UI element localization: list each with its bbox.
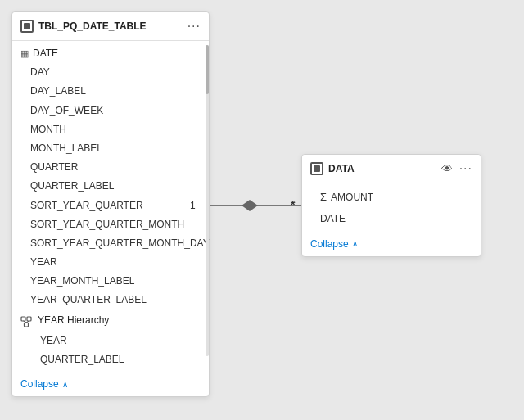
field-year-2: YEAR [12, 332, 209, 350]
svg-rect-2 [25, 323, 29, 327]
svg-rect-1 [27, 317, 31, 321]
svg-rect-0 [21, 317, 25, 321]
field-sort-year-quarter: SORT_YEAR_QUARTER [12, 196, 209, 215]
scrollbar-thumb [206, 45, 209, 94]
left-card-header-left: TBL_PQ_DATE_TABLE [20, 20, 147, 33]
hierarchy-icon [20, 312, 34, 330]
left-card-header: TBL_PQ_DATE_TABLE ··· [12, 12, 209, 41]
left-collapse-chevron: ∧ [62, 380, 68, 389]
field-amount: Σ AMOUNT [302, 187, 481, 209]
right-collapse-chevron: ∧ [352, 239, 358, 248]
calendar-icon: ▦ [20, 47, 29, 61]
sigma-icon: Σ [320, 189, 327, 206]
right-card-header-left: DATA [310, 162, 355, 175]
left-card-menu-button[interactable]: ··· [187, 19, 201, 34]
right-card-menu-button[interactable]: ··· [459, 161, 472, 176]
right-card-header: DATA 👁 ··· [302, 155, 481, 183]
table-icon-inner [24, 23, 30, 29]
field-year: YEAR [12, 253, 209, 272]
right-collapse-label: Collapse [310, 238, 349, 250]
field-quarter-label: QUARTER_LABEL [12, 177, 209, 196]
left-card-footer: Collapse ∧ [12, 373, 209, 396]
year-hierarchy-label: YEAR Hierarchy [38, 313, 109, 328]
left-collapse-label: Collapse [20, 378, 59, 390]
field-day: DAY [12, 63, 209, 82]
data-table-icon [310, 162, 323, 175]
visibility-icon[interactable]: 👁 [441, 162, 453, 175]
star-label: * [291, 198, 295, 211]
scrollbar[interactable] [206, 45, 209, 356]
right-card-controls: 👁 ··· [441, 161, 472, 176]
right-data-card: DATA 👁 ··· Σ AMOUNT DATE Collapse ∧ [301, 154, 481, 257]
left-collapse-button[interactable]: Collapse ∧ [20, 378, 68, 390]
field-year-quarter-label: YEAR_QUARTER_LABEL [12, 291, 209, 309]
field-date: DATE [302, 209, 481, 229]
left-card-body: ▦ DATE DAY DAY_LABEL DAY_OF_WEEK MONTH M… [12, 41, 209, 373]
right-card-title: DATA [328, 163, 355, 174]
field-year-month-label: YEAR_MONTH_LABEL [12, 272, 209, 291]
field-month: MONTH [12, 120, 209, 139]
connector-diamond [242, 200, 258, 211]
field-quarter-label-2: QUARTER_LABEL [12, 350, 209, 369]
date-field-label: DATE [320, 211, 346, 227]
date-label: DATE [33, 46, 58, 61]
right-collapse-button[interactable]: Collapse ∧ [310, 238, 358, 250]
one-label: 1 [190, 200, 196, 211]
left-card-title: TBL_PQ_DATE_TABLE [38, 20, 147, 32]
year-hierarchy-section: YEAR Hierarchy [12, 310, 209, 332]
date-section-header: ▦ DATE [12, 44, 209, 63]
left-table-card: TBL_PQ_DATE_TABLE ··· ▦ DATE DAY DAY_LAB… [11, 11, 210, 397]
right-card-body: Σ AMOUNT DATE [302, 183, 481, 233]
amount-label: AMOUNT [331, 190, 373, 205]
right-card-footer: Collapse ∧ [302, 233, 481, 256]
field-sort-year-quarter-month: SORT_YEAR_QUARTER_MONTH [12, 215, 209, 234]
field-sort-year-quarter-month-day: SORT_YEAR_QUARTER_MONTH_DAY [12, 234, 209, 253]
field-day-label: DAY_LABEL [12, 82, 209, 101]
field-quarter: QUARTER [12, 158, 209, 177]
data-table-icon-inner [314, 165, 320, 172]
field-month-label: MONTH_LABEL [12, 139, 209, 158]
canvas: TBL_PQ_DATE_TABLE ··· ▦ DATE DAY DAY_LAB… [0, 0, 524, 420]
table-icon [20, 20, 34, 33]
field-day-of-week: DAY_OF_WEEK [12, 102, 209, 120]
